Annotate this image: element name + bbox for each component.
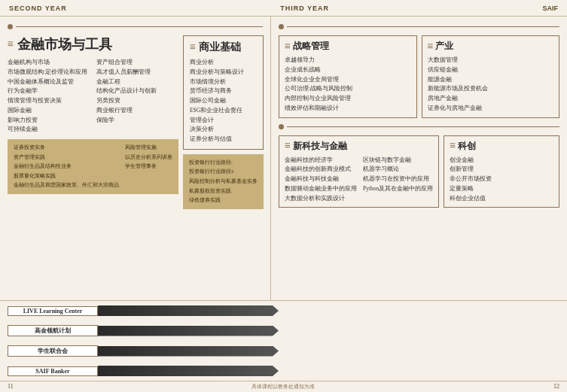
banner-list: LIVE Learning Center 高金领航计划 学生联合会 SAIF B… [8, 302, 279, 379]
finance-item: 影响力投资 [8, 116, 90, 126]
innovation-items: 创业金融 创新管理 非公开市场投资 定量策略 科创企业估值 [450, 156, 553, 204]
fintech-item: 数据驱动金融业务中的应用 [285, 184, 357, 194]
finance-item: 情境管理与投资决策 [8, 96, 90, 106]
finance-item: 市场微观结构:定价理论和应用 [8, 68, 90, 77]
highlight-item: 资产管理实践 [14, 153, 119, 163]
highlight-item: 风险控制分析与私募基金实务 [189, 177, 258, 187]
dot-connector [287, 26, 559, 27]
highlight-item: 以历史分析系列讲座 [125, 153, 172, 163]
dot-connector [287, 126, 559, 127]
main-content: ≡ 金融市场与工具 金融机构与市场 市场微观结构:定价理论和应用 中国金融体系概… [0, 17, 567, 300]
finance-col1: 金融机构与市场 市场微观结构:定价理论和应用 中国金融体系概论及监管 行为金融学… [8, 58, 90, 135]
strategy-title-text: 战略管理 [293, 40, 329, 53]
innovation-item: 非公开市场投资 [450, 175, 553, 184]
highlight-item: 金融衍生品及结构性业务 [14, 162, 119, 172]
industry-item: 证券化与房地产金融 [428, 104, 554, 114]
dot-line-top-right [279, 24, 559, 29]
finance-item: 资产组合管理 [96, 58, 179, 68]
highlight-col2: 风险管理实施 以历史分析系列讲座 学生管理事务 [125, 143, 172, 190]
page: SECOND YEAR THIRD YEAR SAIF ≡ 金融市场与工具 [0, 0, 567, 392]
commerce-title: ≡ 商业基础 [190, 41, 257, 54]
fintech-item: 区块链与数字金融 [363, 156, 433, 166]
innovation-item: 创业金融 [450, 156, 553, 166]
fintech-item: 机器学习在投资中的应用 [363, 175, 433, 184]
finance-item: 金融机构与市场 [8, 58, 90, 68]
dot-line-middle-right [279, 124, 559, 129]
highlight-item: 学生管理事务 [125, 162, 172, 172]
right-bottom-row: ≡ 新科技与金融 金融科技的经济学 金融科技的创新商业模式 金融科技与科技金融 … [279, 135, 559, 208]
fintech-item: 机器学习概论 [363, 165, 433, 175]
banner-label-2: 高金领航计划 [8, 325, 98, 336]
fintech-items: 金融科技的经济学 金融科技的创新商业模式 金融科技与科技金融 数据驱动金融业务中… [285, 156, 433, 204]
industry-title-text: 产业 [435, 40, 453, 53]
dot-connector [16, 26, 263, 27]
industry-title: ≡ 产业 [428, 40, 554, 53]
dot [8, 24, 13, 29]
header-center: THIRD YEAR [280, 5, 329, 12]
finance-item: 行为金融学 [8, 87, 90, 96]
banner-label-1: LIVE Learning Center [8, 306, 98, 316]
banner-row-4: SAIF Banker [8, 364, 279, 378]
finance-title: ≡ 金融市场与工具 [8, 35, 178, 53]
finance-item: 结构化产品设计与创新 [96, 87, 179, 96]
fintech-item: 大数据分析和实践设计 [285, 194, 357, 204]
header-right: SAIF [542, 5, 558, 12]
strategy-item: 内部控制与企业风险管理 [285, 94, 411, 104]
finance-col2: 资产组合管理 高才值人员薪酬管理 金融工程 结构化产品设计与创新 另类投资 商业… [96, 58, 179, 135]
innovation-title: ≡ 科创 [450, 140, 553, 153]
footer-note: 具体课程以教务处通知为准 [251, 383, 315, 390]
left-main-area: ≡ 金融市场与工具 金融机构与市场 市场微观结构:定价理论和应用 中国金融体系概… [8, 35, 263, 294]
fintech-title: ≡ 新科技与金融 [285, 140, 433, 153]
banner-arrow-3 [98, 346, 279, 357]
banner-label-4: SAIF Banker [8, 366, 98, 376]
banner-row-1: LIVE Learning Center [8, 304, 279, 318]
industry-item: 供应链金融 [428, 65, 554, 75]
dot-line-top-left [8, 24, 263, 29]
banner-arrow-1 [98, 305, 279, 316]
innovation-box: ≡ 科创 创业金融 创新管理 非公开市场投资 定量策略 科创企业估值 [444, 135, 559, 208]
innovation-title-text: 科创 [458, 140, 476, 153]
strategy-item: 公司治理:战略与风险控制 [285, 84, 411, 94]
strategy-item: 全球化企业全局管理 [285, 75, 411, 85]
header-left: SECOND YEAR [9, 5, 67, 12]
finance-item: 另类投资 [96, 96, 179, 106]
finance-section: ≡ 金融市场与工具 金融机构与市场 市场微观结构:定价理论和应用 中国金融体系概… [8, 35, 178, 294]
industry-item: 房地产金融 [428, 94, 554, 104]
fintech-box: ≡ 新科技与金融 金融科技的经济学 金融科技的创新商业模式 金融科技与科技金融 … [279, 135, 439, 208]
highlight-box-right: 投资银行行业路径: 投资银行行业路径2 风险控制分析与私募基金实务 私募股权投资… [183, 154, 264, 209]
banner-arrow-4 [98, 366, 279, 376]
highlight-item: 股票量化策略实践 [14, 172, 119, 181]
strategy-item: 绩效评估和期融设计 [285, 104, 411, 114]
banner-row-3: 学生联合会 [8, 344, 279, 358]
finance-item: 可持续金融 [8, 125, 90, 135]
commerce-item: ESG和企业社会责任 [190, 106, 257, 116]
highlight-item: 投资银行行业路径2 [189, 167, 258, 177]
commerce-title-text: 商业基础 [199, 41, 241, 54]
highlight-item: 证券投资实务 [14, 143, 119, 153]
fintech-title-text: 新科技与金融 [293, 140, 347, 153]
banner-label-3: 学生联合会 [8, 345, 98, 357]
industry-item: 大数据管理 [428, 56, 554, 65]
commerce-item: 商业分析 [190, 58, 257, 68]
fintech-item: 金融科技的经济学 [285, 156, 357, 166]
commerce-icon: ≡ [190, 41, 196, 53]
finance-items: 金融机构与市场 市场微观结构:定价理论和应用 中国金融体系概论及监管 行为金融学… [8, 58, 178, 135]
left-panel: ≡ 金融市场与工具 金融机构与市场 市场微观结构:定价理论和应用 中国金融体系概… [0, 17, 271, 300]
strategy-icon: ≡ [285, 41, 291, 53]
innovation-icon: ≡ [450, 140, 456, 152]
commerce-item: 货币经济与商务 [190, 87, 257, 96]
innovation-item: 创新管理 [450, 165, 553, 175]
highlight-item: 风险管理实施 [125, 143, 172, 153]
right-top-row: ≡ 战略管理 卓越领导力 企业成长战略 全球化企业全局管理 公司治理:战略与风险… [279, 35, 559, 118]
highlight-item: 绿色债券实践 [189, 196, 258, 205]
industry-items: 大数据管理 供应链金融 能源金融 新能源市场及投资机会 房地产金融 证券化与房地… [428, 56, 554, 114]
highlight-item: 私募股权投资实践 [189, 187, 258, 196]
industry-icon: ≡ [428, 41, 434, 53]
fintech-item: 金融科技的创新商业模式 [285, 165, 357, 175]
strategy-items: 卓越领导力 企业成长战略 全球化企业全局管理 公司治理:战略与风险控制 内部控制… [285, 56, 411, 114]
finance-item: 金融工程 [96, 77, 179, 87]
strategy-box: ≡ 战略管理 卓越领导力 企业成长战略 全球化企业全局管理 公司治理:战略与风险… [279, 35, 417, 118]
highlight-col1: 证券投资实务 资产管理实践 金融衍生品及结构性业务 股票量化策略实践 金融衍生品… [14, 143, 119, 190]
finance-item: 保险学 [96, 116, 179, 126]
page-number-left: 11 [8, 383, 14, 390]
